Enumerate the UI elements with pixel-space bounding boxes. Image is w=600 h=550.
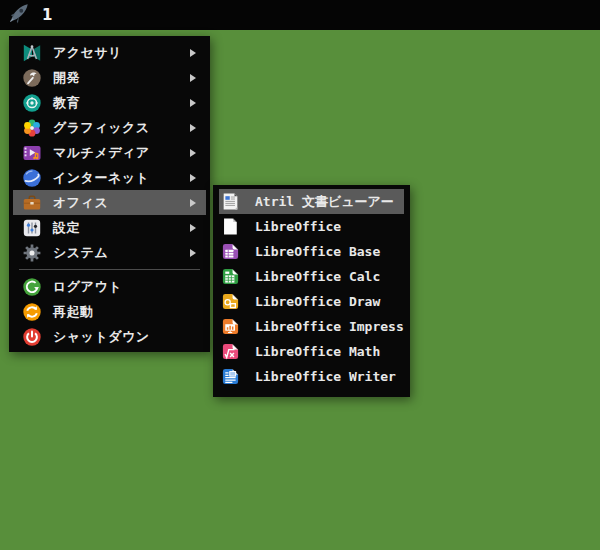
development-icon [22,68,42,88]
menu-item-settings[interactable]: 設定 [9,215,210,240]
education-icon [22,93,42,113]
system-icon [22,243,42,263]
atril-icon [221,192,240,212]
submenu-item-libreoffice-math[interactable]: LibreOffice Math [213,339,410,364]
menu-item-office[interactable]: オフィス [13,190,206,215]
internet-icon [22,168,42,188]
libreoffice-icon [221,217,240,237]
menu-item-shutdown[interactable]: シャットダウン [9,324,210,349]
submenu-item-libreoffice-draw[interactable]: LibreOffice Draw [213,289,410,314]
restart-icon [22,302,42,322]
menu-item-logout[interactable]: ログアウト [9,274,210,299]
settings-icon [22,218,42,238]
submenu-arrow-icon [190,49,196,57]
libreoffice-writer-icon [221,367,240,387]
submenu-item-libreoffice-base[interactable]: LibreOffice Base [213,239,410,264]
shutdown-icon [22,327,42,347]
libreoffice-impress-icon [221,317,240,337]
workspace-indicator[interactable]: 1 [38,6,56,24]
submenu-item-libreoffice[interactable]: LibreOffice [213,214,410,239]
menu-item-graphics[interactable]: グラフィックス [9,115,210,140]
menu-item-internet[interactable]: インターネット [9,165,210,190]
accessories-icon [22,43,42,63]
submenu-item-libreoffice-writer[interactable]: LibreOffice Writer [213,364,410,389]
submenu-arrow-icon [190,199,196,207]
submenu-arrow-icon [190,174,196,182]
rocket-icon [7,2,30,29]
menu-item-restart[interactable]: 再起動 [9,299,210,324]
multimedia-icon [22,143,42,163]
menu-item-system[interactable]: システム [9,240,210,265]
submenu-item-libreoffice-calc[interactable]: LibreOffice Calc [213,264,410,289]
submenu-item-libreoffice-impress[interactable]: LibreOffice Impress [213,314,410,339]
libreoffice-draw-icon [221,292,240,312]
submenu-arrow-icon [190,224,196,232]
taskbar: 1 [0,0,600,30]
submenu-arrow-icon [190,74,196,82]
submenu-arrow-icon [190,249,196,257]
menu-separator [19,269,200,270]
graphics-icon [22,118,42,138]
libreoffice-base-icon [221,242,240,262]
libreoffice-math-icon [221,342,240,362]
submenu-arrow-icon [190,149,196,157]
menu-item-multimedia[interactable]: マルチメディア [9,140,210,165]
office-submenu: Atril 文書ビューアー LibreOffice LibreOffice Ba… [213,185,410,397]
submenu-arrow-icon [190,99,196,107]
main-menu: アクセサリ 開発 教育 グラフィックス マルチメディア [9,36,210,352]
libreoffice-calc-icon [221,267,240,287]
submenu-item-atril[interactable]: Atril 文書ビューアー [219,189,404,214]
office-icon [22,193,42,213]
menu-launcher-button[interactable] [6,3,30,27]
menu-item-development[interactable]: 開発 [9,65,210,90]
logout-icon [22,277,42,297]
submenu-arrow-icon [190,124,196,132]
menu-item-accessories[interactable]: アクセサリ [9,40,210,65]
menu-item-education[interactable]: 教育 [9,90,210,115]
